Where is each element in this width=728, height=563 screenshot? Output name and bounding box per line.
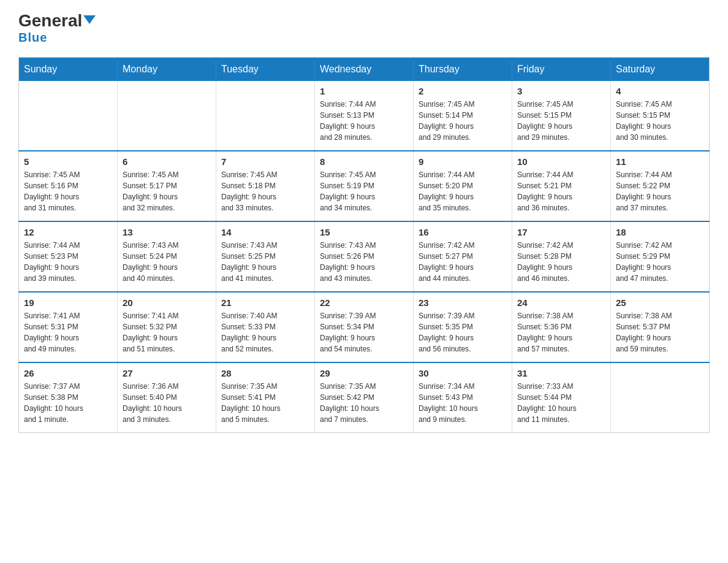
header-wednesday: Wednesday: [315, 58, 414, 82]
day-info: Sunrise: 7:45 AM Sunset: 5:19 PM Dayligh…: [320, 169, 408, 213]
page-header: General Blue: [18, 12, 710, 45]
calendar-day-cell: 13Sunrise: 7:43 AM Sunset: 5:24 PM Dayli…: [118, 221, 216, 292]
calendar-day-cell: 11Sunrise: 7:44 AM Sunset: 5:22 PM Dayli…: [611, 151, 710, 221]
logo-triangle-icon: [83, 15, 96, 24]
day-number: 2: [419, 86, 507, 96]
calendar-day-cell: [19, 81, 118, 151]
header-sunday: Sunday: [19, 58, 118, 82]
calendar-week-row: 1Sunrise: 7:44 AM Sunset: 5:13 PM Daylig…: [19, 81, 710, 151]
day-number: 24: [517, 297, 605, 308]
calendar-day-cell: 29Sunrise: 7:35 AM Sunset: 5:42 PM Dayli…: [315, 362, 414, 433]
calendar-day-cell: 22Sunrise: 7:39 AM Sunset: 5:34 PM Dayli…: [315, 292, 414, 362]
day-info: Sunrise: 7:41 AM Sunset: 5:31 PM Dayligh…: [24, 310, 112, 354]
day-info: Sunrise: 7:43 AM Sunset: 5:25 PM Dayligh…: [221, 240, 309, 284]
header-friday: Friday: [512, 58, 611, 82]
calendar-week-row: 12Sunrise: 7:44 AM Sunset: 5:23 PM Dayli…: [19, 221, 710, 292]
calendar-day-cell: 28Sunrise: 7:35 AM Sunset: 5:41 PM Dayli…: [216, 362, 315, 433]
day-info: Sunrise: 7:42 AM Sunset: 5:28 PM Dayligh…: [517, 240, 605, 284]
calendar-day-cell: 25Sunrise: 7:38 AM Sunset: 5:37 PM Dayli…: [611, 292, 710, 362]
header-tuesday: Tuesday: [216, 58, 315, 82]
calendar-table: Sunday Monday Tuesday Wednesday Thursday…: [18, 57, 710, 433]
day-info: Sunrise: 7:44 AM Sunset: 5:22 PM Dayligh…: [616, 169, 704, 213]
day-number: 15: [320, 227, 408, 237]
day-number: 5: [24, 156, 112, 167]
calendar-day-cell: 31Sunrise: 7:33 AM Sunset: 5:44 PM Dayli…: [512, 362, 611, 433]
calendar-day-cell: 10Sunrise: 7:44 AM Sunset: 5:21 PM Dayli…: [512, 151, 611, 221]
weekday-header-row: Sunday Monday Tuesday Wednesday Thursday…: [19, 58, 710, 82]
logo-general: General: [18, 12, 96, 29]
day-number: 10: [517, 156, 605, 167]
calendar-header: Sunday Monday Tuesday Wednesday Thursday…: [19, 58, 710, 82]
day-number: 4: [616, 86, 704, 96]
calendar-day-cell: 4Sunrise: 7:45 AM Sunset: 5:15 PM Daylig…: [611, 81, 710, 151]
calendar-day-cell: [118, 81, 216, 151]
calendar-day-cell: 30Sunrise: 7:34 AM Sunset: 5:43 PM Dayli…: [414, 362, 512, 433]
calendar-day-cell: 21Sunrise: 7:40 AM Sunset: 5:33 PM Dayli…: [216, 292, 315, 362]
calendar-day-cell: 15Sunrise: 7:43 AM Sunset: 5:26 PM Dayli…: [315, 221, 414, 292]
calendar-day-cell: 20Sunrise: 7:41 AM Sunset: 5:32 PM Dayli…: [118, 292, 216, 362]
calendar-day-cell: 17Sunrise: 7:42 AM Sunset: 5:28 PM Dayli…: [512, 221, 611, 292]
logo-blue: Blue: [18, 31, 47, 45]
day-number: 29: [320, 368, 408, 378]
header-monday: Monday: [118, 58, 216, 82]
day-info: Sunrise: 7:43 AM Sunset: 5:24 PM Dayligh…: [123, 240, 211, 284]
day-number: 6: [123, 156, 211, 167]
day-info: Sunrise: 7:45 AM Sunset: 5:15 PM Dayligh…: [616, 99, 704, 143]
calendar-day-cell: 6Sunrise: 7:45 AM Sunset: 5:17 PM Daylig…: [118, 151, 216, 221]
day-info: Sunrise: 7:35 AM Sunset: 5:41 PM Dayligh…: [221, 381, 309, 425]
calendar-day-cell: 19Sunrise: 7:41 AM Sunset: 5:31 PM Dayli…: [19, 292, 118, 362]
calendar-week-row: 26Sunrise: 7:37 AM Sunset: 5:38 PM Dayli…: [19, 362, 710, 433]
day-number: 27: [123, 368, 211, 378]
calendar-day-cell: 5Sunrise: 7:45 AM Sunset: 5:16 PM Daylig…: [19, 151, 118, 221]
day-number: 17: [517, 227, 605, 237]
calendar-day-cell: 3Sunrise: 7:45 AM Sunset: 5:15 PM Daylig…: [512, 81, 611, 151]
day-info: Sunrise: 7:45 AM Sunset: 5:16 PM Dayligh…: [24, 169, 112, 213]
day-info: Sunrise: 7:34 AM Sunset: 5:43 PM Dayligh…: [419, 381, 507, 425]
calendar-day-cell: 24Sunrise: 7:38 AM Sunset: 5:36 PM Dayli…: [512, 292, 611, 362]
calendar-week-row: 5Sunrise: 7:45 AM Sunset: 5:16 PM Daylig…: [19, 151, 710, 221]
day-info: Sunrise: 7:45 AM Sunset: 5:18 PM Dayligh…: [221, 169, 309, 213]
day-number: 21: [221, 297, 309, 308]
calendar-day-cell: [611, 362, 710, 433]
header-saturday: Saturday: [611, 58, 710, 82]
calendar-body: 1Sunrise: 7:44 AM Sunset: 5:13 PM Daylig…: [19, 81, 710, 433]
day-info: Sunrise: 7:44 AM Sunset: 5:23 PM Dayligh…: [24, 240, 112, 284]
calendar-day-cell: 18Sunrise: 7:42 AM Sunset: 5:29 PM Dayli…: [611, 221, 710, 292]
logo: General Blue: [18, 12, 96, 45]
calendar-day-cell: 2Sunrise: 7:45 AM Sunset: 5:14 PM Daylig…: [414, 81, 512, 151]
day-info: Sunrise: 7:45 AM Sunset: 5:15 PM Dayligh…: [517, 99, 605, 143]
calendar-day-cell: [216, 81, 315, 151]
day-info: Sunrise: 7:39 AM Sunset: 5:34 PM Dayligh…: [320, 310, 408, 354]
day-number: 22: [320, 297, 408, 308]
day-number: 14: [221, 227, 309, 237]
day-number: 23: [419, 297, 507, 308]
day-info: Sunrise: 7:44 AM Sunset: 5:20 PM Dayligh…: [419, 169, 507, 213]
day-number: 8: [320, 156, 408, 167]
day-info: Sunrise: 7:38 AM Sunset: 5:37 PM Dayligh…: [616, 310, 704, 354]
day-number: 19: [24, 297, 112, 308]
day-info: Sunrise: 7:45 AM Sunset: 5:14 PM Dayligh…: [419, 99, 507, 143]
day-info: Sunrise: 7:35 AM Sunset: 5:42 PM Dayligh…: [320, 381, 408, 425]
calendar-day-cell: 14Sunrise: 7:43 AM Sunset: 5:25 PM Dayli…: [216, 221, 315, 292]
day-info: Sunrise: 7:38 AM Sunset: 5:36 PM Dayligh…: [517, 310, 605, 354]
day-number: 25: [616, 297, 704, 308]
calendar-day-cell: 1Sunrise: 7:44 AM Sunset: 5:13 PM Daylig…: [315, 81, 414, 151]
calendar-day-cell: 9Sunrise: 7:44 AM Sunset: 5:20 PM Daylig…: [414, 151, 512, 221]
day-info: Sunrise: 7:36 AM Sunset: 5:40 PM Dayligh…: [123, 381, 211, 425]
day-number: 11: [616, 156, 704, 167]
day-number: 12: [24, 227, 112, 237]
day-info: Sunrise: 7:42 AM Sunset: 5:29 PM Dayligh…: [616, 240, 704, 284]
day-info: Sunrise: 7:39 AM Sunset: 5:35 PM Dayligh…: [419, 310, 507, 354]
calendar-day-cell: 27Sunrise: 7:36 AM Sunset: 5:40 PM Dayli…: [118, 362, 216, 433]
day-info: Sunrise: 7:44 AM Sunset: 5:21 PM Dayligh…: [517, 169, 605, 213]
day-number: 3: [517, 86, 605, 96]
calendar-day-cell: 7Sunrise: 7:45 AM Sunset: 5:18 PM Daylig…: [216, 151, 315, 221]
day-number: 13: [123, 227, 211, 237]
calendar-day-cell: 26Sunrise: 7:37 AM Sunset: 5:38 PM Dayli…: [19, 362, 118, 433]
day-number: 28: [221, 368, 309, 378]
day-number: 31: [517, 368, 605, 378]
calendar-day-cell: 8Sunrise: 7:45 AM Sunset: 5:19 PM Daylig…: [315, 151, 414, 221]
calendar-day-cell: 16Sunrise: 7:42 AM Sunset: 5:27 PM Dayli…: [414, 221, 512, 292]
day-number: 16: [419, 227, 507, 237]
day-info: Sunrise: 7:37 AM Sunset: 5:38 PM Dayligh…: [24, 381, 112, 425]
